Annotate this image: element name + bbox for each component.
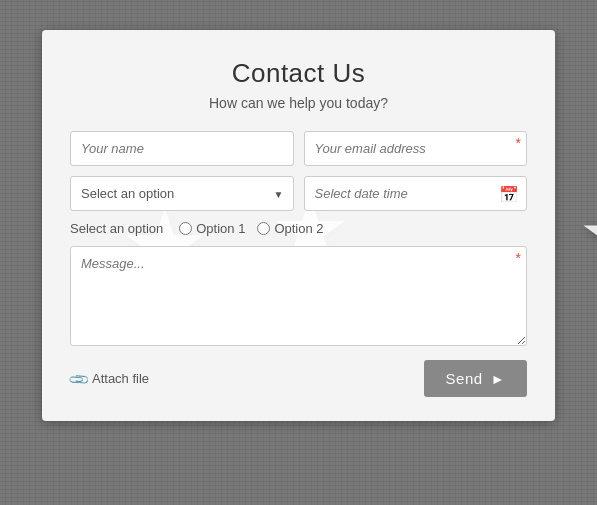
option-select[interactable]: Select an option Option 1 Option 2 Optio…	[70, 176, 294, 211]
radio-label-2: Option 2	[274, 221, 323, 236]
attach-file-label: Attach file	[92, 371, 149, 386]
name-field	[70, 131, 294, 166]
date-wrapper: 📅	[304, 176, 528, 211]
send-button-label: Send	[446, 370, 483, 387]
form-title: Contact Us	[70, 58, 527, 89]
radio-option-1[interactable]: Option 1	[179, 221, 245, 236]
message-textarea[interactable]	[70, 246, 527, 346]
email-input[interactable]	[304, 131, 528, 166]
radio-input-2[interactable]	[257, 222, 270, 235]
radio-option-2[interactable]: Option 2	[257, 221, 323, 236]
name-input[interactable]	[70, 131, 294, 166]
form-subtitle: How can we help you today?	[70, 95, 527, 111]
message-wrapper: *	[70, 246, 527, 350]
email-field: *	[304, 131, 528, 166]
send-icon: ►	[491, 371, 505, 387]
radio-label-1: Option 1	[196, 221, 245, 236]
contact-form-card: Contact Us How can we help you today? * …	[42, 30, 555, 421]
select-date-row: Select an option Option 1 Option 2 Optio…	[70, 176, 527, 211]
message-required: *	[516, 250, 521, 266]
radio-row: Select an option Option 1 Option 2	[70, 221, 527, 236]
send-button[interactable]: Send ►	[424, 360, 527, 397]
radio-input-1[interactable]	[179, 222, 192, 235]
radio-group-label: Select an option	[70, 221, 163, 236]
date-input[interactable]	[304, 176, 528, 211]
bottom-row: 📎 Attach file Send ►	[70, 360, 527, 397]
email-required: *	[516, 135, 521, 151]
name-email-row: *	[70, 131, 527, 166]
attach-file-button[interactable]: 📎 Attach file	[70, 371, 149, 387]
select-wrapper: Select an option Option 1 Option 2 Optio…	[70, 176, 294, 211]
paperclip-icon: 📎	[67, 367, 90, 390]
